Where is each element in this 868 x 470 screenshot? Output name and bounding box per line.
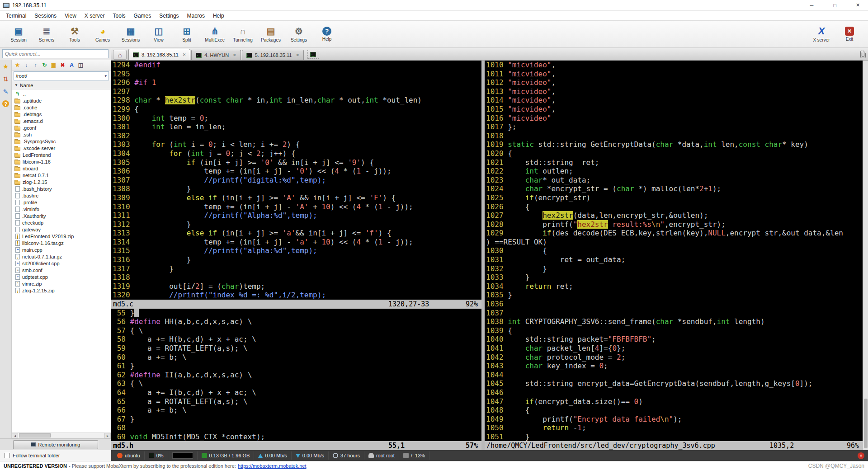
menu-view[interactable]: View: [61, 11, 80, 20]
paperclip-icon[interactable]: [858, 49, 868, 59]
favorite-icon[interactable]: ★: [14, 61, 21, 69]
terminal-scrollbar[interactable]: [863, 61, 868, 450]
vim-vertical-split[interactable]: [481, 61, 485, 450]
file-item[interactable]: .gconf: [14, 124, 111, 131]
scroll-right-icon[interactable]: ▸: [104, 433, 111, 438]
menu-sessions[interactable]: Sessions: [30, 11, 61, 20]
file-item[interactable]: LedFrontend V2019.zip: [14, 233, 111, 240]
help-icon[interactable]: ?: [2, 100, 9, 107]
menu-games[interactable]: Games: [130, 11, 156, 20]
new-folder-icon[interactable]: ▣: [50, 61, 57, 69]
close-tab-icon[interactable]: ✕: [233, 53, 236, 57]
file-item[interactable]: smb.conf: [14, 267, 111, 273]
file-item[interactable]: .debtags: [14, 111, 111, 118]
toolbar-games-button[interactable]: ◕Games: [89, 23, 117, 46]
file-item[interactable]: vimrc.zip: [14, 280, 111, 287]
terminal-tab[interactable]: 3. 192.168.35.11✕: [128, 49, 190, 60]
horizontal-scrollbar[interactable]: ◂ ▸: [12, 432, 111, 438]
file-item[interactable]: .ssh: [14, 131, 111, 138]
delete-icon[interactable]: ✖: [59, 61, 66, 69]
terminal-icon: [196, 53, 202, 58]
menu-x-server[interactable]: X server: [80, 11, 109, 20]
toolbar-view-button[interactable]: ◫View: [145, 23, 173, 46]
file-item[interactable]: checkudp: [14, 219, 111, 226]
file-item[interactable]: .aptitude: [14, 97, 111, 104]
menu-settings[interactable]: Settings: [155, 11, 183, 20]
file-item[interactable]: nboard: [14, 165, 111, 172]
terminal-tab[interactable]: 4. HWYUN✕: [191, 50, 241, 60]
close-tab-icon[interactable]: ✕: [183, 52, 186, 57]
file-item[interactable]: ..: [14, 90, 111, 97]
path-select[interactable]: /root/ ▾: [14, 71, 109, 80]
toolbar-xserver-button[interactable]: XX server: [807, 23, 835, 46]
toolbar-packages-button[interactable]: ▤Packages: [257, 23, 285, 46]
file-item[interactable]: netcat-0.7.1: [14, 172, 111, 179]
menu-tools[interactable]: Tools: [109, 11, 130, 20]
terminal-scrollbar-thumb[interactable]: [864, 399, 868, 448]
file-item[interactable]: .viminfo: [14, 206, 111, 212]
toolbar-help-button[interactable]: ?Help: [313, 23, 341, 46]
statusline-ruler: 1035,2: [769, 442, 837, 450]
toolbar-tunneling-button[interactable]: ∩Tunneling: [229, 23, 257, 46]
file-item[interactable]: .vscode-server: [14, 145, 111, 151]
file-item[interactable]: zlog-1.2.15: [14, 179, 111, 185]
toolbar-exit-label: Exit: [846, 37, 854, 42]
xserver-icon: X: [816, 26, 827, 37]
sftp-icon[interactable]: ⇅: [2, 75, 10, 83]
toolbar-exit-button[interactable]: ✕Exit: [835, 23, 863, 46]
menu-help[interactable]: Help: [209, 11, 228, 20]
minimize-button[interactable]: ─: [802, 0, 822, 10]
toolbar-session-button[interactable]: ▣Session: [5, 23, 33, 46]
split-view-icon[interactable]: ◫: [77, 61, 85, 69]
macros-icon[interactable]: ✎: [2, 88, 10, 96]
menu-terminal[interactable]: Terminal: [2, 11, 30, 20]
close-button[interactable]: ✕: [848, 0, 868, 10]
file-item[interactable]: .bash_history: [14, 185, 111, 192]
upload-icon[interactable]: ↑: [32, 61, 39, 69]
file-item[interactable]: libiconv-1.16: [14, 158, 111, 165]
tree-header[interactable]: ▼ Name: [12, 81, 111, 89]
refresh-icon[interactable]: ↻: [41, 61, 48, 69]
file-item[interactable]: LedFrontend: [14, 151, 111, 158]
file-item[interactable]: libiconv-1.16.tar.gz: [14, 240, 111, 246]
quick-connect-input[interactable]: [2, 49, 108, 58]
file-item[interactable]: sd2008client.cpp: [14, 260, 111, 267]
file-item[interactable]: .bashrc: [14, 192, 111, 199]
close-tab-icon[interactable]: ✕: [296, 53, 299, 57]
terminal[interactable]: 1294 #endif1295 1296 #if 11297 1298 char…: [111, 61, 868, 450]
toolbar-sessions-button[interactable]: ▦Sessions: [117, 23, 145, 46]
home-button[interactable]: ⌂: [113, 50, 127, 60]
file-item[interactable]: .SysprogsSync: [14, 138, 111, 145]
menu-macros[interactable]: Macros: [183, 11, 209, 20]
file-name: zlog-1.2.15.zip: [22, 288, 55, 293]
file-item[interactable]: .cache: [14, 104, 111, 111]
toolbar-servers-button[interactable]: ≣Servers: [33, 23, 61, 46]
code-line: 1040 std::string packet="FBFBFBFB";: [486, 335, 863, 344]
follow-terminal-folder-checkbox[interactable]: [5, 453, 10, 458]
toolbar-tools-button[interactable]: ⚒Tools: [61, 23, 89, 46]
download-icon[interactable]: ↓: [23, 61, 30, 69]
file-item[interactable]: .Xauthority: [14, 212, 111, 219]
scrollbar-thumb[interactable]: [19, 433, 51, 437]
scroll-left-icon[interactable]: ◂: [12, 433, 18, 438]
file-item[interactable]: udptest.cpp: [14, 273, 111, 280]
file-item[interactable]: gateway: [14, 226, 111, 233]
file-item[interactable]: .profile: [14, 199, 111, 206]
maximize-button[interactable]: □: [825, 0, 845, 10]
scrollbar-track[interactable]: [18, 433, 104, 438]
sessions-icon[interactable]: ★: [2, 62, 10, 70]
file-item[interactable]: main.cpp: [14, 246, 111, 253]
terminal-tab[interactable]: 5. 192.168.35.11✕: [242, 50, 304, 60]
remote-monitoring-button[interactable]: Remote monitoring: [13, 440, 98, 449]
file-item[interactable]: zlog-1.2.15.zip: [14, 287, 111, 294]
edit-icon[interactable]: A: [68, 61, 75, 69]
toolbar-split-button[interactable]: ⊞Split: [173, 23, 201, 46]
file-item[interactable]: .emacs.d: [14, 118, 111, 124]
toolbar-multiexec-button[interactable]: ⋔MultiExec: [201, 23, 229, 46]
line-number: 57: [113, 326, 130, 335]
mobatek-link[interactable]: https://mobaxterm.mobatek.net: [238, 463, 307, 469]
toolbar-settings-button[interactable]: ⚙Settings: [285, 23, 313, 46]
new-tab-button[interactable]: [307, 50, 319, 59]
file-item[interactable]: netcat-0.7.1.tar.gz: [14, 253, 111, 260]
close-statusbar-icon[interactable]: ✕: [858, 452, 864, 459]
